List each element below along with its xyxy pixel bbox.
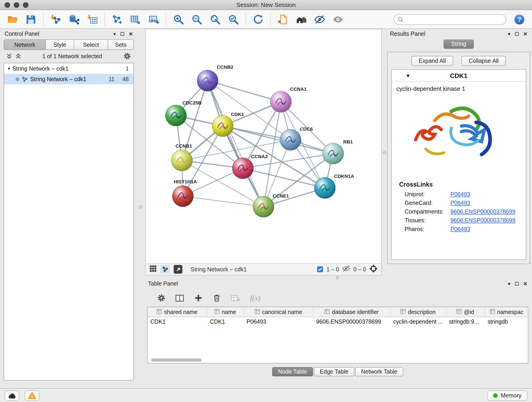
column-header[interactable]: @id (446, 307, 485, 317)
network-edge[interactable] (208, 81, 281, 102)
table-cell[interactable]: CDK1 (147, 317, 207, 327)
search-input[interactable] (406, 16, 502, 22)
network-node-CCNA1[interactable]: CCNA1 (270, 86, 307, 112)
collapse-section-caret-icon[interactable]: ▼ (405, 73, 411, 78)
save-session-icon[interactable] (25, 13, 37, 26)
network-collection-row[interactable]: ▾ String Network – cdk1 1 (4, 63, 133, 74)
network-row[interactable]: String Network – cdk1 11 48 (4, 74, 133, 84)
zoom-in-icon[interactable] (172, 13, 185, 26)
crosslink-value-link[interactable]: P06493 (450, 200, 470, 206)
minimize-window-button[interactable] (14, 2, 19, 8)
column-header[interactable]: description (390, 307, 446, 317)
birds-eye-view-icon[interactable] (149, 265, 157, 274)
hidden-eye-slash-icon[interactable] (342, 265, 350, 273)
network-node-RB1[interactable]: RB1 (323, 139, 353, 164)
network-canvas[interactable]: CCNB2CCNA1CDC25BCDK1CDC6RB1CCNB1CCNA2CDK… (146, 29, 381, 263)
open-session-icon[interactable] (6, 13, 19, 26)
network-view-mode-icon[interactable] (160, 265, 170, 274)
panel-menu-icon[interactable]: ▾ (508, 32, 510, 36)
table-cell[interactable]: 9606.ENSP00000378699 (313, 317, 390, 327)
network-node-CCNB2[interactable]: CCNB2 (197, 64, 233, 91)
memory-button[interactable]: Memory (487, 390, 527, 400)
network-edge[interactable] (208, 81, 264, 207)
table-cell[interactable]: P06493 (244, 317, 313, 327)
help-icon[interactable]: ? (513, 13, 526, 26)
float-panel-icon[interactable] (120, 32, 124, 36)
import-table-from-file-icon[interactable] (86, 13, 99, 26)
tab-node-table[interactable]: Node Table (272, 367, 313, 376)
crosslink-value-link[interactable]: 9606.ENSP00000378699 (450, 208, 515, 215)
table-cell[interactable]: cyclin-dependent ... (390, 317, 446, 327)
zoom-window-button[interactable] (23, 2, 28, 8)
zoom-out-icon[interactable] (191, 13, 203, 26)
crosslink-value-link[interactable]: 9606.ENSP00000378699 (450, 217, 515, 223)
tab-network[interactable]: Network (4, 39, 46, 50)
close-panel-icon[interactable]: ✕ (523, 31, 527, 37)
clear-table-icon[interactable] (231, 294, 240, 301)
add-column-icon[interactable] (194, 294, 203, 302)
tab-string[interactable]: String (443, 39, 474, 49)
float-panel-icon[interactable] (515, 32, 519, 36)
tab-network-table[interactable]: Network Table (355, 367, 403, 376)
panel-menu-icon[interactable]: ▾ (508, 281, 510, 286)
network-node-CDKN1A[interactable]: CDKN1A (314, 173, 354, 198)
tab-edge-table[interactable]: Edge Table (314, 367, 355, 376)
float-panel-icon[interactable] (515, 282, 519, 286)
splitter-handle[interactable] (336, 276, 339, 279)
close-panel-icon[interactable]: ✕ (523, 281, 527, 287)
function-builder-icon[interactable]: f(x) (250, 294, 260, 302)
export-image-icon[interactable] (147, 13, 160, 26)
delete-column-icon[interactable] (213, 294, 221, 302)
hide-graphics-details-icon[interactable] (313, 13, 326, 26)
detach-view-icon[interactable] (174, 265, 182, 274)
column-header[interactable]: name (207, 307, 244, 317)
selected-count-checkbox[interactable] (317, 266, 323, 272)
tree-expand-caret-icon[interactable]: ▾ (8, 66, 10, 71)
cloud-status-button[interactable] (5, 390, 19, 400)
network-node-HIST1H1A[interactable]: HIST1H1A (172, 179, 197, 207)
horizontal-scrollbar[interactable] (151, 358, 202, 362)
table-cell[interactable]: stringdb:9... (446, 317, 485, 327)
collapse-all-icon[interactable] (6, 53, 12, 59)
select-columns-icon[interactable] (176, 294, 184, 302)
expand-all-button[interactable]: Expand All (412, 56, 453, 66)
collapse-all-button[interactable]: Collapse All (462, 56, 506, 66)
zoom-selected-icon[interactable] (227, 13, 240, 26)
column-header[interactable]: namespac (485, 307, 528, 317)
export-table-icon[interactable] (129, 13, 142, 26)
import-network-from-database-icon[interactable] (68, 13, 80, 26)
network-edge[interactable] (183, 196, 264, 207)
gear-icon[interactable] (157, 294, 165, 302)
table-row[interactable]: CDK1CDK1P064939606.ENSP00000378699cyclin… (147, 317, 528, 327)
fit-content-crosshair-icon[interactable] (369, 264, 378, 274)
crosslink-value-link[interactable]: P06493 (450, 191, 470, 197)
gear-icon[interactable] (123, 52, 131, 60)
network-node-CDK1[interactable]: CDK1 (212, 112, 244, 137)
column-header[interactable]: database identifier (313, 307, 390, 317)
tab-sets[interactable]: Sets (108, 39, 134, 50)
network-node-CCNB1[interactable]: CCNB1 (171, 143, 192, 171)
expand-all-icon[interactable] (16, 53, 21, 59)
table-cell[interactable]: CDK1 (207, 317, 244, 327)
close-window-button[interactable] (5, 2, 10, 8)
home-icon[interactable] (295, 13, 307, 26)
network-node-CDC25B[interactable]: CDC25B (165, 100, 202, 126)
column-header[interactable]: canonical name (244, 307, 313, 317)
import-network-from-file-icon[interactable] (50, 13, 62, 26)
refresh-icon[interactable] (252, 13, 264, 26)
panel-menu-icon[interactable]: ▾ (114, 32, 116, 36)
splitter-handle[interactable] (383, 151, 386, 154)
warning-status-button[interactable] (25, 390, 39, 400)
crosslink-value-link[interactable]: P06493 (450, 226, 470, 232)
tab-select[interactable]: Select (74, 39, 108, 50)
tab-style[interactable]: Style (46, 39, 74, 50)
splitter-handle[interactable] (139, 205, 142, 209)
show-graphics-details-icon[interactable] (332, 13, 344, 26)
table-cell[interactable]: stringdb (485, 317, 528, 327)
column-header[interactable]: shared name (147, 307, 207, 317)
new-network-icon[interactable] (111, 13, 123, 26)
close-panel-icon[interactable]: ✕ (129, 31, 133, 37)
protein-section-header[interactable]: ▼ CDK1 (392, 70, 526, 82)
zoom-fit-icon[interactable] (209, 13, 221, 26)
duplicate-document-icon[interactable] (277, 13, 289, 26)
